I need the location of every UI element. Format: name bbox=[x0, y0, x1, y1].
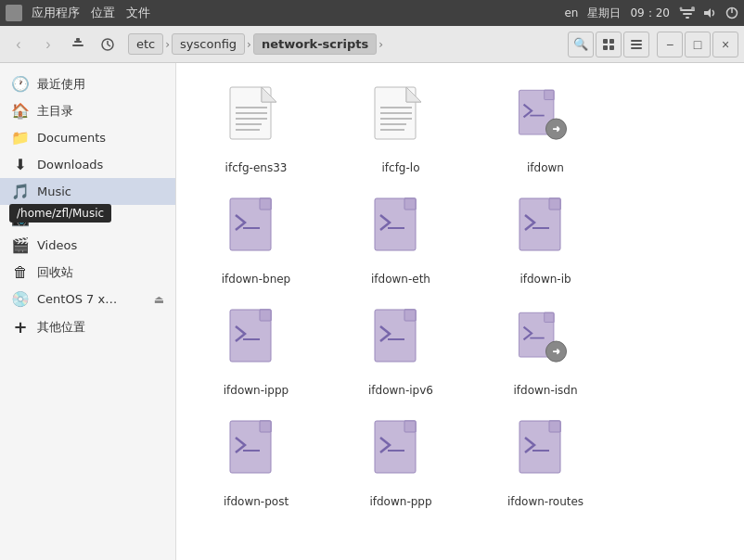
menu-file[interactable]: 文件 bbox=[126, 5, 150, 21]
file-icon-wrapper bbox=[226, 85, 286, 156]
svg-rect-42 bbox=[260, 198, 271, 210]
file-item[interactable]: ifdown-ib bbox=[481, 189, 610, 293]
file-name: ifdown-isdn bbox=[513, 384, 577, 397]
file-name: ifcfg-ens33 bbox=[225, 161, 288, 174]
svg-rect-62 bbox=[545, 312, 554, 322]
menu-position[interactable]: 位置 bbox=[91, 5, 115, 21]
search-button[interactable]: 🔍 bbox=[568, 32, 594, 57]
sidebar-item-other[interactable]: + 其他位置 bbox=[0, 312, 175, 341]
file-item[interactable]: ifdown-ippp bbox=[191, 300, 321, 404]
file-item[interactable]: ifdown-bnep bbox=[191, 189, 321, 293]
topbar-right: en 星期日 09：20 bbox=[564, 6, 738, 21]
eject-icon[interactable]: ⏏ bbox=[154, 293, 164, 306]
recent-icon: 🕐 bbox=[11, 75, 30, 93]
svg-rect-8 bbox=[72, 45, 83, 46]
sidebar: 🕐 最近使用 🏠 主目录 📁 Documents ⬇ Downloads 🎵 M… bbox=[0, 63, 176, 560]
sidebar-label-music: Music bbox=[37, 185, 164, 198]
svg-rect-54 bbox=[260, 310, 271, 321]
file-item[interactable]: ifdown bbox=[481, 78, 610, 182]
maximize-button[interactable]: □ bbox=[685, 32, 711, 57]
svg-rect-1 bbox=[683, 13, 692, 15]
up-button[interactable] bbox=[65, 32, 91, 57]
close-button[interactable]: × bbox=[712, 32, 738, 57]
menu-apps[interactable]: 应用程序 bbox=[32, 5, 80, 21]
sidebar-item-recent[interactable]: 🕐 最近使用 bbox=[0, 70, 175, 97]
file-item[interactable]: ifdown-routes bbox=[481, 412, 610, 515]
sidebar-item-home[interactable]: 🏠 主目录 bbox=[0, 97, 175, 124]
sidebar-item-centos[interactable]: 💿 CentOS 7 x… ⏏ bbox=[0, 286, 175, 312]
text-file-icon bbox=[226, 85, 280, 152]
file-name: ifdown-ippp bbox=[224, 384, 289, 397]
toolbar: ‹ › etc › sysconfig › network-scripts › bbox=[0, 26, 744, 63]
script-icon bbox=[226, 197, 280, 263]
svg-rect-20 bbox=[631, 47, 642, 49]
file-name: ifdown-ipv6 bbox=[368, 384, 433, 397]
other-icon: + bbox=[11, 317, 30, 337]
file-icon-wrapper bbox=[516, 419, 575, 490]
svg-point-4 bbox=[680, 7, 683, 10]
file-icon-wrapper bbox=[226, 308, 286, 378]
history-button[interactable] bbox=[95, 32, 121, 57]
svg-rect-75 bbox=[549, 421, 560, 432]
up-icon bbox=[71, 38, 84, 51]
sidebar-item-downloads[interactable]: ⬇ Downloads bbox=[0, 151, 175, 178]
file-item[interactable]: ifdown-ipv6 bbox=[336, 300, 466, 404]
svg-rect-17 bbox=[609, 45, 614, 50]
time-label: 09：20 bbox=[630, 6, 670, 21]
power-icon[interactable] bbox=[725, 6, 738, 19]
trash-icon: 🗑 bbox=[11, 263, 30, 281]
svg-rect-9 bbox=[74, 41, 82, 43]
home-icon: 🏠 bbox=[11, 102, 30, 120]
svg-rect-58 bbox=[404, 310, 416, 321]
music-icon: 🎵 bbox=[11, 183, 30, 200]
downloads-icon: ⬇ bbox=[11, 156, 30, 173]
network-icon[interactable] bbox=[679, 6, 696, 19]
file-item[interactable]: ifdown-post bbox=[191, 412, 321, 515]
svg-rect-50 bbox=[549, 198, 560, 210]
back-button[interactable]: ‹ bbox=[6, 32, 32, 57]
history-icon bbox=[100, 37, 115, 52]
script-icon bbox=[516, 197, 570, 263]
sidebar-item-videos[interactable]: 🎬 Videos bbox=[0, 232, 175, 259]
list-view-button[interactable] bbox=[623, 32, 649, 57]
file-name: ifdown-ib bbox=[520, 273, 571, 286]
file-grid: ifcfg-ens33 ifcfg-lo bbox=[191, 78, 729, 515]
file-name: ifdown bbox=[527, 161, 564, 174]
sidebar-item-music[interactable]: 🎵 Music /home/zfl/Music bbox=[0, 178, 175, 205]
breadcrumb-etc[interactable]: etc bbox=[128, 33, 163, 55]
sidebar-label-videos: Videos bbox=[37, 238, 164, 252]
file-item[interactable]: ifcfg-lo bbox=[336, 78, 466, 182]
file-content: ifcfg-ens33 ifcfg-lo bbox=[176, 63, 744, 560]
svg-rect-16 bbox=[603, 45, 608, 50]
file-item[interactable]: ifdown-ppp bbox=[336, 412, 466, 515]
sidebar-item-documents[interactable]: 📁 Documents bbox=[0, 124, 175, 151]
sidebar-label-downloads: Downloads bbox=[37, 158, 164, 172]
volume-icon[interactable] bbox=[703, 6, 718, 19]
minimize-button[interactable]: − bbox=[657, 32, 683, 57]
forward-button[interactable]: › bbox=[35, 32, 61, 57]
file-item[interactable]: ifdown-eth bbox=[336, 189, 466, 293]
sidebar-label-centos: CentOS 7 x… bbox=[37, 292, 147, 306]
breadcrumb-arrow-2: › bbox=[245, 38, 253, 51]
file-item[interactable]: ifcfg-ens33 bbox=[191, 78, 321, 182]
main-area: 🕐 最近使用 🏠 主目录 📁 Documents ⬇ Downloads 🎵 M… bbox=[0, 63, 744, 560]
file-icon-wrapper bbox=[516, 308, 575, 378]
system-topbar: 应用程序 位置 文件 en 星期日 09：20 bbox=[0, 0, 744, 26]
breadcrumb-sysconfig[interactable]: sysconfig bbox=[172, 33, 245, 55]
script-icon bbox=[226, 308, 280, 375]
videos-icon: 🎬 bbox=[11, 236, 30, 254]
file-item[interactable]: ifdown-isdn bbox=[481, 300, 610, 404]
toolbar-right: 🔍 bbox=[568, 32, 649, 57]
file-icon-wrapper bbox=[371, 85, 430, 156]
file-name: ifdown-bnep bbox=[222, 273, 291, 286]
svg-rect-2 bbox=[686, 17, 689, 19]
svg-rect-18 bbox=[631, 40, 642, 42]
file-manager-window: ‹ › etc › sysconfig › network-scripts › bbox=[0, 26, 744, 560]
sidebar-label-recent: 最近使用 bbox=[37, 76, 164, 93]
list-icon bbox=[630, 38, 643, 51]
breadcrumb-network-scripts[interactable]: network-scripts bbox=[253, 33, 377, 55]
sidebar-item-trash[interactable]: 🗑 回收站 bbox=[0, 259, 175, 286]
svg-line-13 bbox=[108, 45, 110, 46]
svg-rect-67 bbox=[260, 421, 271, 432]
grid-view-button[interactable] bbox=[596, 32, 622, 57]
